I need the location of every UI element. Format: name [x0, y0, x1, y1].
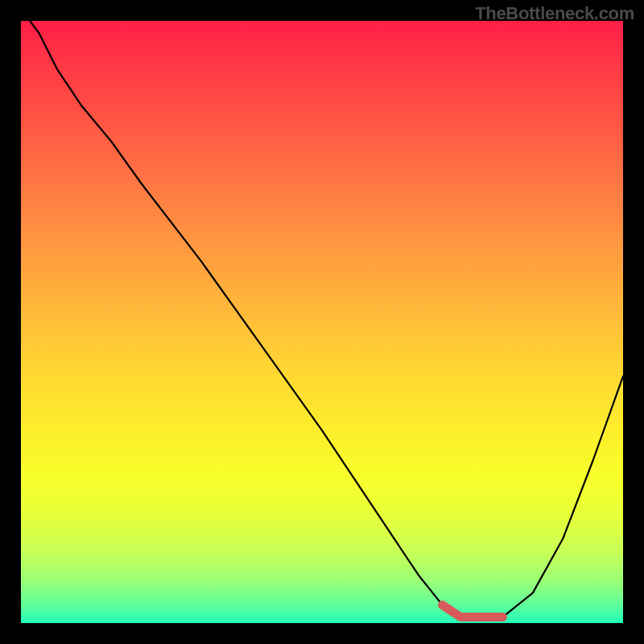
bottleneck-optimal-highlight: [443, 605, 503, 617]
bottleneck-curve: [21, 21, 623, 617]
gradient-plot-area: [21, 21, 623, 623]
watermark-label: TheBottleneck.com: [475, 3, 634, 24]
chart-canvas: TheBottleneck.com: [0, 0, 644, 644]
curve-overlay: [21, 21, 623, 623]
